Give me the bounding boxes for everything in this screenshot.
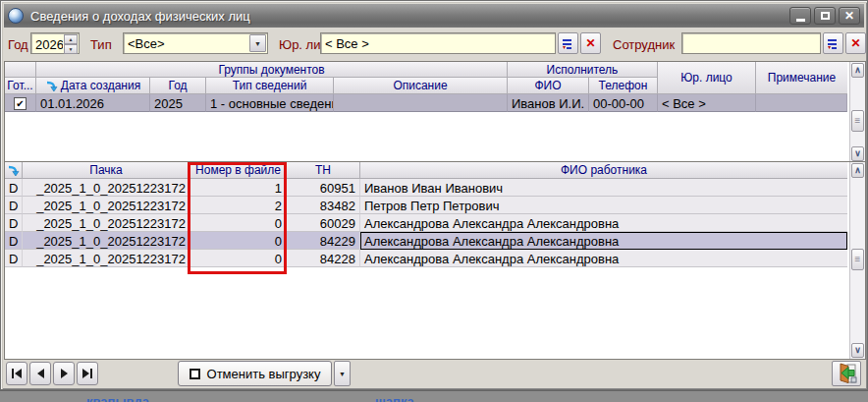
document-row[interactable]: ✔ 01.01.2026 2025 1 - основные сведения …: [5, 94, 847, 112]
clear-x-icon: ✕: [850, 37, 860, 49]
nav-prev-icon: [37, 369, 44, 378]
file-row[interactable]: D _2025_1_0_20251223172 1 60951 Иванов И…: [5, 179, 847, 197]
cancel-upload-button[interactable]: Отменить выгрузку: [178, 361, 332, 386]
num-cell[interactable]: 1: [190, 179, 287, 197]
chevron-down-icon[interactable]: ▼: [249, 34, 266, 52]
type-combobox[interactable]: ▼: [123, 32, 268, 54]
exit-button[interactable]: [832, 361, 861, 386]
employee-input[interactable]: [686, 33, 816, 53]
marker-cell[interactable]: D: [5, 250, 23, 267]
ready-checkbox[interactable]: ✔: [14, 97, 27, 110]
pack-cell[interactable]: _2025_1_0_20251223172: [23, 179, 190, 197]
tn-cell[interactable]: 60029: [287, 214, 360, 232]
column-header-type[interactable]: Тип сведений: [206, 78, 334, 94]
num-cell[interactable]: 2: [190, 197, 287, 214]
fio-cell[interactable]: Иванов И.И.: [508, 94, 589, 112]
year-cell[interactable]: 2025: [150, 94, 206, 112]
scroll-down-icon[interactable]: ∨: [851, 146, 864, 161]
date-cell[interactable]: 01.01.2026: [36, 94, 150, 112]
jur-clear-button[interactable]: ✕: [580, 32, 601, 54]
marker-cell[interactable]: D: [5, 214, 23, 232]
column-header-jur[interactable]: Юр. лицо: [658, 62, 756, 94]
desc-cell[interactable]: [334, 94, 508, 112]
jur-field: [320, 32, 556, 54]
column-header-note[interactable]: Примечание: [756, 62, 847, 94]
triangle-left-icon: [15, 369, 22, 378]
pack-cell[interactable]: _2025_1_0_20251223172: [23, 214, 190, 232]
close-button[interactable]: ✕: [839, 7, 860, 25]
employee-lookup-button[interactable]: [823, 32, 843, 54]
nav-last-button[interactable]: [77, 362, 98, 385]
jur-input[interactable]: [325, 33, 551, 53]
jur-lookup-button[interactable]: [558, 32, 578, 54]
type-input[interactable]: [128, 33, 247, 53]
pack-cell[interactable]: _2025_1_0_20251223172: [23, 232, 190, 250]
marker-cell[interactable]: D: [5, 232, 23, 250]
documents-table: Группы документов Исполнитель Юр. лицо П…: [4, 61, 866, 163]
employee-clear-button[interactable]: ✕: [845, 32, 866, 54]
minimize-button[interactable]: [789, 7, 811, 25]
spin-down-icon[interactable]: ▼: [64, 44, 78, 54]
triangle-right-icon: [82, 369, 89, 378]
num-cell[interactable]: 0: [190, 250, 287, 267]
num-cell[interactable]: 0: [190, 214, 287, 232]
files-scrollbar[interactable]: ∧ ≡ ∨: [849, 162, 865, 359]
jur-cell[interactable]: < Все >: [658, 94, 756, 112]
num-cell[interactable]: 0: [190, 232, 287, 250]
tn-cell[interactable]: 84229: [287, 232, 360, 250]
phone-cell[interactable]: 00-00-00: [589, 94, 658, 112]
file-row-selected[interactable]: D _2025_1_0_20251223172 0 84229 Александ…: [5, 232, 847, 250]
column-header-year[interactable]: Год: [150, 78, 206, 94]
type-label: Тип: [90, 37, 112, 52]
file-row[interactable]: D _2025_1_0_20251223172 0 84228 Александ…: [5, 250, 847, 267]
column-header-ready[interactable]: Гот...: [5, 78, 36, 94]
note-cell[interactable]: [756, 94, 847, 112]
documents-scrollbar[interactable]: ∧ ≡ ∨: [849, 62, 865, 162]
close-icon: ✕: [844, 10, 854, 22]
marker-cell[interactable]: D: [5, 179, 23, 197]
spin-up-icon[interactable]: ▲: [64, 34, 78, 44]
marker-cell[interactable]: D: [5, 197, 23, 214]
maximize-icon: [821, 12, 830, 20]
group-header-docs[interactable]: Группы документов: [36, 62, 508, 78]
pack-cell[interactable]: _2025_1_0_20251223172: [23, 197, 190, 214]
ready-cell[interactable]: ✔: [5, 94, 36, 112]
header-corner: [5, 62, 36, 78]
column-header-date[interactable]: Дата создания: [36, 78, 150, 94]
nav-prev-button[interactable]: [29, 362, 51, 385]
pack-cell[interactable]: _2025_1_0_20251223172: [23, 250, 190, 267]
worker-fio-cell[interactable]: Иванов Иван Иванович: [360, 179, 847, 197]
worker-fio-cell[interactable]: Александрова Александра Александровна: [360, 250, 847, 267]
tn-cell[interactable]: 60951: [287, 179, 360, 197]
column-header-pack[interactable]: Пачка: [23, 162, 190, 179]
scroll-thumb[interactable]: ≡: [851, 249, 864, 270]
title-bar: Сведения о доходах физических лиц ✕: [4, 4, 864, 28]
scroll-up-icon[interactable]: ∧: [851, 63, 864, 78]
column-header-phone[interactable]: Телефон: [589, 78, 658, 94]
maximize-button[interactable]: [814, 7, 836, 25]
nav-next-button[interactable]: [53, 362, 75, 385]
tn-cell[interactable]: 84228: [287, 250, 360, 267]
worker-fio-cell[interactable]: Александрова Александра Александровна: [360, 214, 847, 232]
scroll-down-icon[interactable]: ∨: [851, 343, 864, 358]
column-header-tn[interactable]: ТН: [287, 162, 360, 179]
file-row[interactable]: D _2025_1_0_20251223172 0 60029 Александ…: [5, 214, 847, 232]
check-icon: ✔: [16, 98, 24, 109]
column-header-num[interactable]: Номер в файле: [190, 162, 287, 179]
worker-fio-cell[interactable]: Петров Петр Петрович: [360, 197, 847, 214]
cancel-dropdown-button[interactable]: ▼: [334, 361, 351, 386]
column-header-fio[interactable]: ФИО: [508, 78, 589, 94]
employee-label: Сотрудник: [613, 37, 675, 52]
scroll-thumb[interactable]: ≡: [851, 110, 864, 132]
year-input[interactable]: [31, 33, 65, 53]
column-header-worker-fio[interactable]: ФИО работника: [360, 162, 847, 179]
type-cell[interactable]: 1 - основные сведения: [206, 94, 334, 112]
column-header-sort[interactable]: [5, 162, 23, 179]
file-row[interactable]: D _2025_1_0_20251223172 2 83482 Петров П…: [5, 197, 847, 214]
nav-first-button[interactable]: [6, 362, 27, 385]
tn-cell[interactable]: 83482: [287, 197, 360, 214]
scroll-up-icon[interactable]: ∧: [851, 163, 864, 178]
worker-fio-cell-focused[interactable]: Александрова Александра Александровна: [360, 232, 847, 250]
column-header-desc[interactable]: Описание: [334, 78, 508, 94]
group-header-executor[interactable]: Исполнитель: [508, 62, 658, 78]
